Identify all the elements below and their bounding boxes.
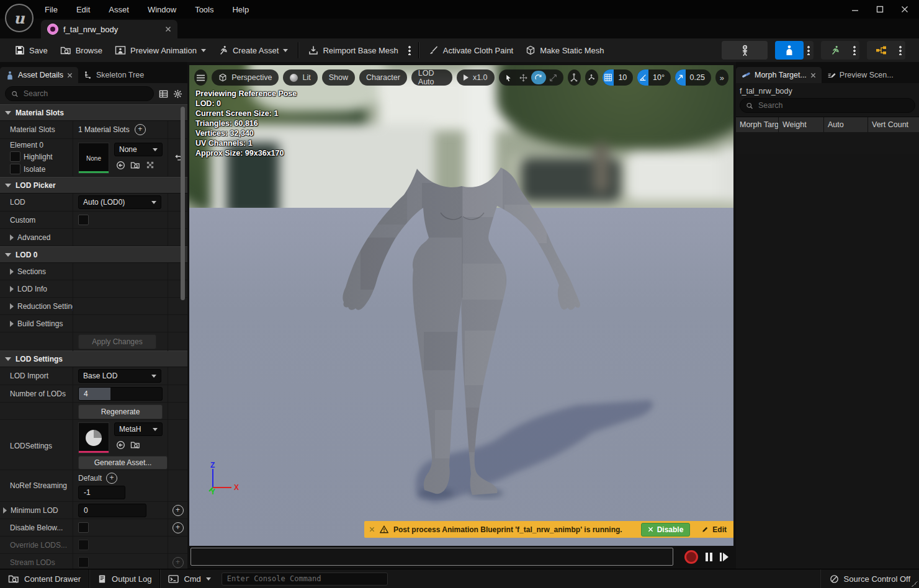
tab-morph-target[interactable]: Morph Target... [736, 67, 822, 83]
content-drawer-button[interactable]: Content Drawer [0, 569, 89, 588]
tab-close-icon[interactable] [165, 26, 171, 32]
warning-close-icon[interactable] [369, 527, 375, 532]
tab-close-icon[interactable] [67, 73, 73, 78]
edit-button[interactable]: Edit [695, 525, 733, 534]
browse-to-asset-icon[interactable] [129, 159, 141, 171]
menu-window[interactable]: Window [140, 2, 184, 17]
display-options-icon[interactable] [159, 89, 168, 99]
coordinate-system-button[interactable] [568, 69, 581, 86]
grid-snap-toggle[interactable]: 10 [603, 69, 634, 86]
sections-expander[interactable]: Sections [17, 267, 46, 276]
window-resize-grip[interactable] [912, 581, 918, 587]
column-auto[interactable]: Auto [824, 117, 868, 132]
cmd-selector[interactable]: Cmd [160, 569, 218, 588]
mesh-mode-button[interactable] [775, 41, 804, 60]
scale-snap-toggle[interactable]: 0.25 [675, 69, 711, 86]
category-lod-picker[interactable]: LOD Picker [0, 177, 187, 194]
noref-value-field[interactable]: -1 [78, 486, 125, 499]
menu-edit[interactable]: Edit [69, 2, 97, 17]
menu-help[interactable]: Help [225, 2, 256, 17]
tab-preview-scene[interactable]: Preview Scen... [822, 67, 899, 83]
stream-lods-add-button[interactable]: + [173, 557, 184, 568]
reimport-base-mesh-button[interactable]: Reimport Base Mesh [302, 41, 404, 60]
tab-close-icon[interactable] [810, 73, 816, 78]
noref-add-button[interactable]: + [106, 473, 117, 484]
animation-mode-kebab-icon[interactable] [853, 45, 856, 55]
menu-file[interactable]: File [37, 2, 65, 17]
tab-skeleton-tree[interactable]: Skeleton Tree [78, 67, 150, 83]
scale-tool-button[interactable] [546, 71, 561, 84]
reduction-settings-expander[interactable]: Reduction Setting [17, 302, 73, 311]
menu-asset[interactable]: Asset [101, 2, 137, 17]
toolbar-overflow-button[interactable]: » [715, 69, 728, 86]
picker-checker-icon[interactable] [144, 159, 156, 171]
step-forward-button[interactable] [720, 553, 728, 561]
mesh-mode-kebab-icon[interactable] [807, 45, 810, 55]
disable-below-checkbox[interactable] [78, 522, 89, 533]
material-thumbnail[interactable]: None [78, 143, 109, 174]
category-material-slots[interactable]: Material Slots [0, 104, 187, 121]
lod-info-expander[interactable]: LOD Info [17, 285, 47, 293]
blueprint-mode-button[interactable] [867, 41, 895, 60]
lit-dropdown[interactable]: Lit [283, 69, 317, 86]
category-lod0[interactable]: LOD 0 [0, 246, 187, 263]
details-search-input[interactable] [5, 86, 154, 101]
isolate-checkbox[interactable] [10, 164, 20, 174]
viewport-options-menu-icon[interactable] [194, 69, 207, 86]
timeline-track[interactable] [191, 548, 673, 566]
minimize-button[interactable] [847, 2, 863, 16]
preview-animation-button[interactable]: Preview Animation [109, 41, 212, 60]
minimum-lod-label[interactable]: Minimum LOD [11, 506, 58, 515]
lod-select[interactable]: Auto (LOD0) [78, 195, 161, 209]
regenerate-button[interactable]: Regenerate [78, 404, 163, 419]
disable-button[interactable]: Disable [641, 523, 691, 537]
material-select[interactable]: None [114, 143, 163, 156]
skeleton-mode-button[interactable] [722, 41, 768, 60]
advanced-expander[interactable]: Advanced [17, 233, 50, 242]
lodsettings-thumbnail[interactable] [78, 422, 109, 453]
disable-below-add-button[interactable]: + [173, 522, 184, 533]
3d-viewport[interactable]: Perspective Lit Show Character LOD Auto … [189, 65, 733, 546]
menu-tools[interactable]: Tools [187, 2, 221, 17]
save-button[interactable]: Save [9, 41, 54, 60]
lod-import-select[interactable]: Base LOD [78, 369, 161, 383]
asset-editor-tab[interactable]: f_tal_nrw_body [41, 20, 177, 38]
column-morph-target-name[interactable]: Morph Targe [736, 117, 779, 132]
highlight-checkbox[interactable] [10, 151, 20, 162]
lodsettings-select[interactable]: MetaH [114, 422, 163, 436]
add-material-slot-button[interactable]: + [135, 124, 146, 135]
browse-button[interactable]: Browse [54, 41, 109, 60]
blueprint-mode-kebab-icon[interactable] [899, 45, 902, 55]
minimum-lod-add-button[interactable]: + [173, 505, 184, 516]
category-lod-settings[interactable]: LOD Settings [0, 350, 187, 367]
activate-cloth-paint-button[interactable]: Activate Cloth Paint [423, 41, 519, 60]
morph-search-input[interactable] [740, 98, 915, 113]
show-dropdown[interactable]: Show [322, 69, 355, 86]
column-vert-count[interactable]: Vert Count [868, 117, 919, 132]
make-static-mesh-button[interactable]: Make Static Mesh [519, 41, 610, 60]
override-lods-checkbox[interactable] [78, 540, 89, 550]
character-dropdown[interactable]: Character [359, 69, 407, 86]
snapping-options-button[interactable] [585, 69, 598, 86]
unreal-logo-icon[interactable]: u [5, 4, 34, 32]
apply-changes-button[interactable]: Apply Changes [78, 334, 156, 349]
use-selected-asset-icon[interactable] [114, 159, 127, 171]
pause-button[interactable] [706, 553, 712, 561]
tab-asset-details[interactable]: Asset Details [0, 67, 78, 83]
build-settings-expander[interactable]: Build Settings [17, 319, 63, 328]
reimport-options-kebab-icon[interactable] [408, 45, 411, 55]
settings-gear-icon[interactable] [173, 89, 182, 99]
close-button[interactable] [897, 2, 913, 16]
details-scrollbar[interactable] [181, 107, 185, 300]
record-button[interactable] [684, 550, 698, 564]
select-tool-button[interactable] [501, 71, 516, 84]
perspective-dropdown[interactable]: Perspective [212, 69, 279, 86]
animation-mode-button[interactable] [821, 41, 850, 60]
source-control-button[interactable]: Source Control Off [820, 569, 919, 588]
rotation-snap-toggle[interactable]: 10° [637, 69, 671, 86]
number-of-lods-spinbox[interactable]: 4 [78, 387, 163, 401]
playback-speed-button[interactable]: x1.0 [457, 69, 495, 86]
lod-auto-dropdown[interactable]: LOD Auto [411, 69, 452, 86]
column-weight[interactable]: Weight [779, 117, 824, 132]
console-command-input[interactable] [222, 572, 388, 586]
